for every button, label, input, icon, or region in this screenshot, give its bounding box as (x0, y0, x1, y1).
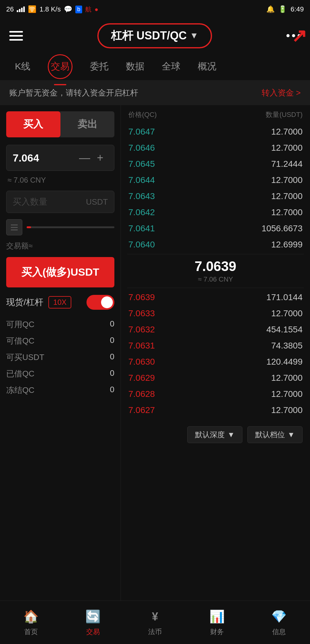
amount-unit: USDT (86, 197, 108, 207)
label-borrowed-qc: 已借QC (6, 368, 34, 379)
ask-price-6: 7.0642 (128, 207, 155, 217)
bid-price-8: 7.0627 (128, 405, 155, 415)
tab-kline[interactable]: K线 (6, 54, 39, 79)
tab-overview[interactable]: 概况 (189, 54, 225, 79)
nav-info[interactable]: 💎 信息 (271, 609, 287, 637)
trade-panel: 买入 卖出 7.064 — + ≈ 7.06 CNY 买入数量 USDT (0, 105, 121, 625)
buy-button[interactable]: 买入 (6, 111, 60, 137)
mid-price-section: 7.0639 ≈ 7.06 CNY (127, 254, 304, 288)
mid-price-value: 7.0639 (128, 259, 303, 274)
info-row-buy-usdt: 可买USDT 0 (6, 352, 114, 363)
signal-bars (17, 7, 25, 12)
nav-fiat[interactable]: ¥ 法币 (147, 609, 163, 637)
nav-trade[interactable]: 🔄 交易 (85, 609, 101, 637)
bid-price-7: 7.0628 (128, 389, 155, 399)
nav-home[interactable]: 🏠 首页 (23, 609, 39, 637)
slider-handle[interactable] (6, 219, 22, 235)
bid-price-4: 7.0631 (128, 341, 155, 351)
leverage-toggle-row: 现货/杠杆 10X (6, 295, 114, 310)
ask-row-7[interactable]: 7.0641 1056.6673 (127, 220, 304, 237)
value-buy-usdt: 0 (110, 352, 114, 363)
bid-row-2[interactable]: 7.0633 12.7000 (127, 305, 304, 322)
amount-slider[interactable] (27, 226, 114, 228)
price-decrease-button[interactable]: — (77, 150, 92, 166)
bid-row-3[interactable]: 7.0632 454.1554 (127, 322, 304, 338)
amount-input-container[interactable]: 买入数量 USDT (6, 191, 114, 213)
buy-sell-toggle: 买入 卖出 (6, 111, 114, 137)
info-icon: 💎 (271, 609, 287, 625)
tab-global-label: 全球 (162, 61, 180, 71)
ask-row-8[interactable]: 7.0640 12.6999 (127, 237, 304, 253)
ask-row-5[interactable]: 7.0643 12.7000 (127, 188, 304, 204)
sell-button[interactable]: 卖出 (60, 111, 115, 137)
ask-row-3[interactable]: 7.0645 71.2444 (127, 156, 304, 172)
leverage-toggle-switch[interactable] (86, 295, 114, 310)
bid-price-5: 7.0630 (128, 357, 155, 367)
status-bar: 26 🛜 1.8 K/s 💬 b 航 ● 🔔 🔋 6:49 (0, 0, 310, 19)
amount-slider-row (6, 219, 114, 235)
ask-row-1[interactable]: 7.0647 12.7000 (127, 124, 304, 140)
ask-price-8: 7.0640 (128, 240, 155, 250)
ask-price-7: 7.0641 (128, 224, 155, 233)
nav-tabs-bar: K线 交易 委托 数据 全球 概况 (0, 53, 310, 81)
account-info: 可用QC 0 可借QC 0 可买USDT 0 已借QC 0 冻结QC 0 (6, 319, 114, 396)
bid-row-7[interactable]: 7.0628 12.7000 (127, 386, 304, 402)
tab-data-label: 数据 (126, 61, 144, 71)
battery-icon: 🔋 (278, 5, 287, 13)
nav-finance[interactable]: 📊 财务 (209, 609, 225, 637)
nav-home-label: 首页 (24, 627, 38, 637)
bid-row-8[interactable]: 7.0627 12.7000 (127, 402, 304, 418)
app-icon-jd: 航 (85, 5, 91, 14)
bid-row-5[interactable]: 7.0630 120.4499 (127, 354, 304, 370)
tab-trade[interactable]: 交易 (39, 48, 81, 85)
ask-row-2[interactable]: 7.0646 12.7000 (127, 140, 304, 156)
archive-selector-label: 默认档位 (255, 430, 285, 440)
nav-finance-label: 财务 (210, 627, 224, 637)
ask-row-4[interactable]: 7.0644 12.7000 (127, 172, 304, 188)
tab-global[interactable]: 全球 (153, 54, 189, 79)
info-row-borrowed-qc: 已借QC 0 (6, 368, 114, 379)
fiat-icon: ¥ (147, 609, 163, 625)
ask-qty-2: 12.7000 (271, 143, 303, 153)
status-left: 26 🛜 1.8 K/s 💬 b 航 ● (6, 5, 98, 14)
network-speed: 1.8 K/s (39, 5, 60, 13)
archive-selector[interactable]: 默认档位 ▼ (247, 426, 303, 443)
depth-selector[interactable]: 默认深度 ▼ (187, 426, 242, 443)
ob-price-header: 价格(QC) (128, 110, 157, 119)
ask-qty-3: 71.2444 (271, 159, 303, 169)
nav-trade-label: 交易 (86, 627, 100, 637)
price-input-container: 7.064 — + (6, 145, 114, 171)
bid-row-4[interactable]: 7.0631 74.3805 (127, 338, 304, 354)
ask-row-6[interactable]: 7.0642 12.7000 (127, 204, 304, 220)
depth-controls: 默认深度 ▼ 默认档位 ▼ (127, 421, 304, 448)
home-icon: 🏠 (23, 609, 39, 625)
label-frozen-qc: 冻结QC (6, 385, 34, 396)
market-title[interactable]: 杠杆 USDT/QC ▼ (97, 23, 212, 48)
depth-dropdown-arrow: ▼ (227, 430, 235, 439)
ask-qty-4: 12.7000 (271, 175, 303, 185)
tab-overview-label: 概况 (198, 61, 216, 71)
info-row-frozen-qc: 冻结QC 0 (6, 385, 114, 396)
label-borrow-qc: 可借QC (6, 335, 34, 346)
bid-row-6[interactable]: 7.0629 12.7000 (127, 370, 304, 386)
ask-qty-1: 12.7000 (271, 127, 303, 137)
info-row-borrow-qc: 可借QC 0 (6, 335, 114, 346)
main-buy-button[interactable]: 买入(做多)USDT (6, 257, 114, 287)
transfer-link[interactable]: 转入资金 > (262, 87, 301, 98)
bid-price-1: 7.0639 (128, 292, 155, 302)
bid-price-6: 7.0629 (128, 373, 155, 383)
tab-data[interactable]: 数据 (117, 54, 153, 79)
ask-qty-7: 1056.6673 (262, 224, 303, 233)
bid-qty-2: 12.7000 (271, 309, 303, 318)
bid-qty-4: 74.3805 (271, 341, 303, 351)
tab-orders[interactable]: 委托 (81, 54, 117, 79)
amount-placeholder: 买入数量 (13, 196, 86, 208)
hamburger-menu[interactable] (9, 31, 23, 41)
price-increase-button[interactable]: + (92, 150, 108, 166)
ask-price-3: 7.0645 (128, 159, 155, 169)
bid-row-1[interactable]: 7.0639 171.0144 (127, 289, 304, 305)
bid-qty-3: 454.1554 (266, 325, 303, 335)
orderbook-panel: 价格(QC) 数量(USDT) 7.0647 12.7000 7.0646 12… (121, 105, 310, 625)
ask-price-1: 7.0647 (128, 127, 155, 137)
bid-qty-1: 171.0144 (266, 292, 303, 302)
